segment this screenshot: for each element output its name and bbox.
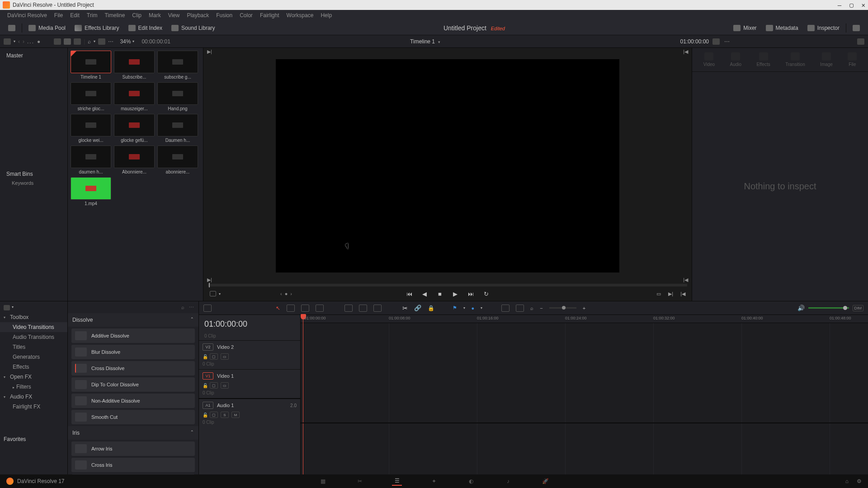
chevron-down-icon[interactable]: ▾	[132, 39, 134, 43]
media-clip[interactable]: 1.mp4	[71, 177, 111, 206]
speaker-icon[interactable]: 🔊	[797, 305, 805, 311]
track-enable-toggle[interactable]: ▭	[221, 382, 229, 389]
next-marker-icon[interactable]: ›	[290, 291, 292, 296]
strip-view-icon[interactable]	[74, 38, 81, 45]
master-bin[interactable]: Master	[4, 51, 64, 61]
match-frame-icon[interactable]: ▶|	[207, 277, 212, 283]
chevron-down-icon[interactable]: ▾	[481, 306, 482, 310]
fairlightfx-item[interactable]: Fairlight FX	[0, 402, 67, 412]
inspector-tab-image[interactable]: Image	[820, 52, 833, 67]
inspector-expand-icon[interactable]	[857, 38, 864, 45]
inspector-tab-video[interactable]: Video	[703, 52, 715, 67]
effect-item[interactable]: Cross Iris	[71, 458, 195, 472]
track-v1[interactable]: V1Video 1 🔓▢▭ 0 Clip	[199, 369, 300, 398]
generators-item[interactable]: Generators	[0, 352, 67, 362]
bypass-icon[interactable]	[712, 38, 720, 45]
menu-help[interactable]: Help	[317, 12, 335, 19]
lock-icon[interactable]: 🔒	[428, 305, 434, 311]
auto-select-toggle[interactable]: ▢	[210, 353, 218, 360]
blade-tool-icon[interactable]	[316, 305, 324, 312]
menu-fusion[interactable]: Fusion	[212, 12, 236, 19]
menu-view[interactable]: View	[165, 12, 184, 19]
search-icon[interactable]: ⌕	[181, 305, 184, 310]
mute-toggle[interactable]: M	[231, 412, 240, 418]
prev-marker-icon[interactable]: ‹	[280, 291, 282, 296]
expand-button[interactable]	[848, 23, 864, 33]
video-transitions-item[interactable]: Video Transitions	[0, 322, 67, 332]
timeline-canvas[interactable]: 01:00:00:00 01:00:08:00 01:00:16:00 01:0…	[301, 315, 868, 488]
minimize-button[interactable]: —	[838, 1, 841, 9]
fusion-page-icon[interactable]: ✦	[429, 477, 439, 486]
menu-mark[interactable]: Mark	[145, 12, 165, 19]
metadata-button[interactable]: Metadata	[761, 23, 803, 33]
effect-item[interactable]: Dip To Color Dissolve	[71, 377, 195, 392]
media-clip[interactable]: glocke wei...	[71, 114, 111, 143]
effect-item[interactable]: Arrow Iris	[71, 441, 195, 456]
effects-library-button[interactable]: Effects Library	[70, 23, 123, 33]
menu-file[interactable]: File	[51, 12, 66, 19]
inspector-button[interactable]: Inspector	[803, 23, 844, 33]
viewer-canvas[interactable]	[276, 59, 619, 272]
link-icon[interactable]: 🔗	[414, 305, 421, 311]
inspector-tab-transition[interactable]: Transition	[785, 52, 805, 67]
dissolve-category[interactable]: Dissolve⌃	[68, 313, 198, 327]
nav-next-icon[interactable]: ›	[23, 38, 24, 45]
media-clip[interactable]: mauszeiger...	[114, 82, 155, 111]
close-button[interactable]: ✕	[862, 1, 865, 9]
selection-tool-icon[interactable]: ↖	[276, 305, 280, 311]
inspector-tab-effects[interactable]: Effects	[756, 52, 770, 67]
track-v2[interactable]: V2Video 2 🔓▢▭ 0 Clip	[199, 340, 300, 369]
solo-toggle[interactable]: S	[221, 412, 229, 418]
menu-color[interactable]: Color	[236, 12, 256, 19]
dim-button[interactable]: DIM	[853, 305, 864, 311]
go-last-icon[interactable]: |◀	[683, 49, 688, 55]
menu-clip[interactable]: Clip	[128, 12, 145, 19]
flag-icon[interactable]: ⚑	[453, 305, 457, 311]
effect-item[interactable]: Additive Dissolve	[71, 328, 195, 343]
chevron-down-icon[interactable]: ▾	[463, 306, 465, 310]
plus-icon[interactable]: +	[583, 305, 585, 311]
trim-tool-icon[interactable]	[287, 305, 295, 312]
jump-end-button[interactable]: ⏭	[467, 290, 474, 297]
track-a1[interactable]: A1Audio 12.0 🔓▢SM 0 Clip	[199, 398, 300, 427]
menu-fairlight[interactable]: Fairlight	[256, 12, 283, 19]
titles-item[interactable]: Titles	[0, 342, 67, 352]
zoom-detail-icon[interactable]	[516, 305, 524, 312]
media-clip[interactable]: abonniere...	[157, 145, 198, 174]
match-frame-right-icon[interactable]: |◀	[683, 277, 688, 283]
a1-tag[interactable]: A1	[203, 402, 213, 409]
viewer-more-icon[interactable]: ⋯	[724, 38, 731, 45]
maximize-button[interactable]: ▢	[849, 1, 853, 9]
toolbox-node[interactable]: ▾Toolbox	[0, 312, 67, 322]
prev-edit-icon[interactable]: |◀	[680, 291, 685, 297]
media-clip[interactable]: Hand.png	[157, 82, 198, 111]
more-icon[interactable]: ⋯	[189, 305, 194, 310]
effect-item[interactable]: Smooth Cut	[71, 410, 195, 424]
layout-button[interactable]	[4, 23, 20, 33]
dynamic-trim-icon[interactable]	[301, 305, 309, 312]
marker-dot-icon[interactable]: ●	[285, 291, 288, 296]
timeline-name-area[interactable]: Timeline 1 ▾	[170, 38, 680, 45]
media-clip[interactable]: daumen h...	[71, 145, 111, 174]
breadcrumb-dots[interactable]: ...	[27, 38, 34, 45]
search-icon[interactable]: ⌕	[88, 38, 91, 45]
smart-bins-header[interactable]: Smart Bins	[4, 169, 64, 179]
sort-icon[interactable]	[98, 38, 105, 45]
menu-playback[interactable]: Playback	[183, 12, 212, 19]
openfx-node[interactable]: ▾Open FX	[0, 372, 67, 382]
timeline-ruler[interactable]: 01:00:00:00 01:00:08:00 01:00:16:00 01:0…	[301, 315, 868, 323]
more-icon[interactable]: ⋯	[108, 38, 114, 45]
color-page-icon[interactable]: ◐	[466, 477, 476, 486]
menu-edit[interactable]: Edit	[66, 12, 83, 19]
bin-view-icon[interactable]	[4, 38, 11, 45]
step-back-button[interactable]: ◀	[421, 290, 428, 297]
menu-workspace[interactable]: Workspace	[283, 12, 317, 19]
full-extent-icon[interactable]: ▭	[656, 291, 661, 297]
zoom-icon[interactable]: ⌕	[530, 305, 533, 311]
menu-app[interactable]: DaVinci Resolve	[4, 12, 51, 19]
inspector-tab-file[interactable]: File	[848, 52, 857, 67]
keywords-bin[interactable]: Keywords	[4, 179, 64, 187]
razor-icon[interactable]: ✂	[402, 305, 408, 312]
chevron-down-icon[interactable]: ▾	[12, 305, 14, 310]
inspector-tab-audio[interactable]: Audio	[730, 52, 741, 67]
